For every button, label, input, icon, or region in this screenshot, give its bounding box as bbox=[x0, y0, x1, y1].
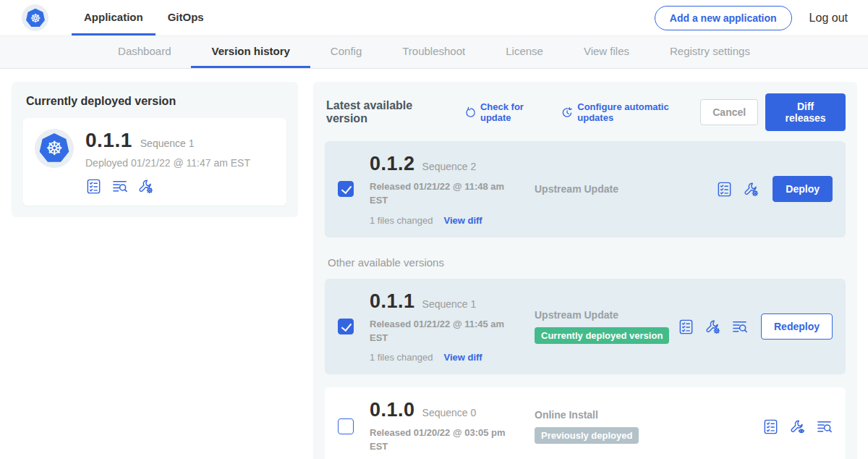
view-diff-link[interactable]: View diff bbox=[443, 215, 482, 226]
sequence-label: Sequence 2 bbox=[422, 161, 477, 172]
version-actions: Deploy bbox=[716, 176, 833, 202]
deployed-version-info: 0.1.1 Sequence 1 Deployed 01/21/22 @ 11:… bbox=[85, 129, 250, 195]
tab-view-files[interactable]: View files bbox=[563, 36, 650, 68]
other-versions-title: Other available versions bbox=[328, 256, 846, 269]
version-number: 0.1.1 bbox=[370, 290, 415, 313]
app-logo-icon: ☸ bbox=[35, 129, 74, 168]
tab-config[interactable]: Config bbox=[310, 36, 382, 68]
kubernetes-helm-icon: ☸ bbox=[25, 8, 46, 28]
main-content: Currently deployed version ☸ 0.1.1 Seque… bbox=[0, 69, 868, 459]
tab-gitops[interactable]: GitOps bbox=[156, 0, 216, 35]
released-timestamp: Released 01/20/22 @ 03:05 pm EST bbox=[370, 426, 509, 454]
diff-releases-button[interactable]: Diff releases bbox=[765, 93, 846, 131]
edit-config-icon[interactable] bbox=[705, 319, 721, 335]
deployed-version-actions bbox=[85, 178, 250, 195]
source-label: Upstream Update bbox=[535, 183, 716, 195]
deployed-version-card: ☸ 0.1.1 Sequence 1 Deployed 01/21/22 @ 1… bbox=[23, 118, 286, 206]
topnav-right: Add a new application Log out bbox=[655, 6, 868, 30]
tab-license[interactable]: License bbox=[485, 36, 563, 68]
previously-deployed-badge: Previously deployed bbox=[535, 427, 639, 444]
source-label: Online Install bbox=[535, 409, 762, 421]
view-config-icon[interactable] bbox=[789, 418, 806, 435]
version-actions: Redeploy bbox=[678, 313, 833, 340]
version-row-0-1-0: 0.1.0 Sequence 0 Released 01/20/22 @ 03:… bbox=[325, 387, 846, 459]
preflight-checks-icon[interactable] bbox=[716, 181, 733, 198]
sequence-label: Sequence 0 bbox=[422, 407, 477, 418]
deploy-logs-icon[interactable] bbox=[111, 178, 128, 195]
version-actions bbox=[762, 418, 833, 435]
files-changed-label: 1 files changed bbox=[370, 352, 433, 363]
preflight-checks-icon[interactable] bbox=[762, 418, 779, 435]
top-navbar: ☸ Application GitOps Add a new applicati… bbox=[0, 0, 868, 35]
currently-deployed-panel: Currently deployed version ☸ 0.1.1 Seque… bbox=[12, 82, 298, 217]
add-application-button[interactable]: Add a new application bbox=[655, 6, 792, 30]
source-label: Upstream Update bbox=[535, 309, 678, 321]
deployed-version-number: 0.1.1 bbox=[85, 129, 132, 152]
cancel-button[interactable]: Cancel bbox=[700, 99, 758, 125]
configure-automatic-updates-link[interactable]: Configure automatic updates bbox=[561, 101, 700, 123]
edit-config-icon[interactable] bbox=[137, 178, 154, 195]
version-info: 0.1.2 Sequence 2 Released 01/21/22 @ 11:… bbox=[370, 153, 513, 226]
deploy-logs-icon[interactable] bbox=[816, 418, 833, 435]
tab-registry-settings[interactable]: Registry settings bbox=[650, 36, 770, 68]
version-info: 0.1.1 Sequence 1 Released 01/21/22 @ 11:… bbox=[370, 290, 513, 363]
version-row-0-1-1: 0.1.1 Sequence 1 Released 01/21/22 @ 11:… bbox=[325, 279, 846, 375]
refresh-icon bbox=[464, 106, 476, 119]
latest-version-title: Latest available version bbox=[326, 99, 450, 125]
tab-troubleshoot[interactable]: Troubleshoot bbox=[382, 36, 485, 68]
released-timestamp: Released 01/21/22 @ 11:45 am EST bbox=[370, 318, 509, 345]
version-source: Upstream Update bbox=[535, 183, 716, 195]
preflight-checks-icon[interactable] bbox=[678, 319, 694, 335]
configure-automatic-updates-label: Configure automatic updates bbox=[577, 101, 700, 123]
kubernetes-logo-icon[interactable]: ☸ bbox=[22, 4, 48, 31]
check-for-update-link[interactable]: Check for update bbox=[464, 101, 553, 123]
currently-deployed-badge: Currently deployed version bbox=[535, 327, 669, 344]
top-tabs: Application GitOps bbox=[72, 0, 216, 35]
version-checkbox[interactable] bbox=[338, 418, 354, 434]
check-for-update-label: Check for update bbox=[480, 101, 553, 123]
logout-link[interactable]: Log out bbox=[809, 12, 848, 25]
version-source: Upstream Update Currently deployed versi… bbox=[535, 309, 678, 344]
deploy-logs-icon[interactable] bbox=[731, 319, 748, 335]
app-subnav: Dashboard Version history Config Trouble… bbox=[0, 35, 868, 69]
files-changed-label: 1 files changed bbox=[370, 215, 433, 226]
version-number: 0.1.2 bbox=[370, 153, 415, 175]
view-diff-link[interactable]: View diff bbox=[443, 352, 482, 363]
latest-version-header: Latest available version Check for updat… bbox=[325, 93, 846, 131]
version-number: 0.1.0 bbox=[370, 399, 415, 421]
version-checkbox[interactable] bbox=[338, 181, 354, 197]
deployed-sequence-label: Sequence 1 bbox=[140, 138, 195, 149]
version-checkbox[interactable] bbox=[338, 319, 354, 334]
clock-refresh-icon bbox=[561, 106, 573, 119]
version-source: Online Install Previously deployed bbox=[535, 409, 762, 444]
kubernetes-helm-icon: ☸ bbox=[38, 132, 70, 164]
deployed-timestamp: Deployed 01/21/22 @ 11:47 am EST bbox=[85, 157, 250, 169]
version-history-panel: Latest available version Check for updat… bbox=[313, 82, 857, 459]
version-info: 0.1.0 Sequence 0 Released 01/20/22 @ 03:… bbox=[370, 399, 513, 454]
svg-text:☸: ☸ bbox=[46, 137, 63, 159]
tab-dashboard[interactable]: Dashboard bbox=[98, 36, 191, 68]
version-row-0-1-2: 0.1.2 Sequence 2 Released 01/21/22 @ 11:… bbox=[325, 141, 846, 237]
sequence-label: Sequence 1 bbox=[422, 298, 477, 310]
edit-config-icon[interactable] bbox=[743, 181, 760, 198]
currently-deployed-title: Currently deployed version bbox=[26, 95, 286, 108]
tab-version-history[interactable]: Version history bbox=[191, 36, 310, 68]
redeploy-button[interactable]: Redeploy bbox=[761, 313, 833, 340]
released-timestamp: Released 01/21/22 @ 11:48 am EST bbox=[370, 180, 509, 208]
preflight-checks-icon[interactable] bbox=[85, 178, 102, 195]
deploy-button[interactable]: Deploy bbox=[773, 176, 833, 202]
tab-application[interactable]: Application bbox=[72, 0, 156, 35]
svg-text:☸: ☸ bbox=[30, 10, 41, 25]
